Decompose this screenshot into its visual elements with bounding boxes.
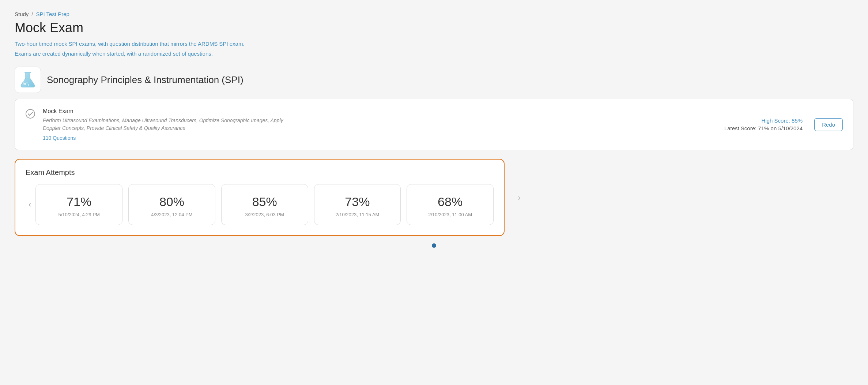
exam-card-topics: Perform Ultrasound Examinations, Manage …: [43, 117, 299, 132]
description-line1: Two-hour timed mock SPI exams, with ques…: [15, 40, 853, 48]
subject-icon: [15, 67, 41, 93]
page-title: Mock Exam: [15, 20, 853, 35]
check-circle-icon: [25, 109, 35, 119]
attempt-date: 4/3/2023, 12:04 PM: [136, 212, 208, 217]
carousel-left-arrow[interactable]: ‹: [26, 200, 34, 209]
pagination-dot: [432, 243, 436, 248]
attempt-percent: 73%: [322, 195, 393, 209]
exam-card: Mock Exam Perform Ultrasound Examination…: [15, 99, 853, 150]
description-line2: Exams are created dynamically when start…: [15, 50, 853, 58]
breadcrumb-spi-test-prep[interactable]: SPI Test Prep: [36, 11, 69, 17]
high-score: High Score: 85%: [724, 117, 803, 124]
attempt-percent: 85%: [229, 195, 301, 209]
svg-point-4: [26, 109, 35, 118]
attempt-date: 5/10/2024, 4:29 PM: [43, 212, 115, 217]
attempts-grid: 71% 5/10/2024, 4:29 PM 80% 4/3/2023, 12:…: [35, 184, 494, 225]
subject-title: Sonography Principles & Instrumentation …: [47, 74, 244, 86]
carousel-right-arrow[interactable]: ›: [518, 159, 521, 236]
attempt-card[interactable]: 85% 3/2/2023, 6:03 PM: [221, 184, 308, 225]
attempts-outer-wrapper: Exam Attempts ‹ 71% 5/10/2024, 4:29 PM 8…: [15, 159, 505, 236]
attempt-percent: 71%: [43, 195, 115, 209]
attempt-date: 2/10/2023, 11:00 AM: [414, 212, 486, 217]
attempt-date: 3/2/2023, 6:03 PM: [229, 212, 301, 217]
flask-icon: [20, 71, 36, 89]
exam-card-questions: 110 Questions: [43, 135, 299, 141]
exam-card-info: Mock Exam Perform Ultrasound Examination…: [43, 108, 299, 141]
exam-scores: High Score: 85% Latest Score: 71% on 5/1…: [724, 117, 803, 131]
attempts-title: Exam Attempts: [26, 168, 494, 177]
attempts-carousel: ‹ 71% 5/10/2024, 4:29 PM 80% 4/3/2023, 1…: [26, 184, 494, 225]
attempt-card[interactable]: 80% 4/3/2023, 12:04 PM: [128, 184, 215, 225]
attempt-card[interactable]: 73% 2/10/2023, 11:15 AM: [314, 184, 401, 225]
attempt-card[interactable]: 71% 5/10/2024, 4:29 PM: [35, 184, 122, 225]
breadcrumb-separator: /: [31, 11, 33, 17]
exam-card-right: High Score: 85% Latest Score: 71% on 5/1…: [724, 117, 843, 131]
subject-header: Sonography Principles & Instrumentation …: [15, 67, 853, 93]
attempt-percent: 80%: [136, 195, 208, 209]
exam-card-left: Mock Exam Perform Ultrasound Examination…: [25, 108, 724, 141]
svg-point-2: [28, 84, 29, 86]
latest-score: Latest Score: 71% on 5/10/2024: [724, 125, 803, 131]
svg-point-3: [27, 82, 28, 83]
attempt-date: 2/10/2023, 11:15 AM: [322, 212, 393, 217]
attempts-section: Exam Attempts ‹ 71% 5/10/2024, 4:29 PM 8…: [15, 159, 505, 236]
exam-card-name: Mock Exam: [43, 108, 299, 115]
attempt-card[interactable]: 68% 2/10/2023, 11:00 AM: [407, 184, 494, 225]
svg-point-1: [24, 83, 26, 85]
breadcrumb: Study / SPI Test Prep: [15, 11, 853, 17]
attempt-percent: 68%: [414, 195, 486, 209]
svg-rect-0: [24, 72, 31, 73]
redo-button[interactable]: Redo: [814, 118, 843, 131]
breadcrumb-study: Study: [15, 11, 29, 17]
